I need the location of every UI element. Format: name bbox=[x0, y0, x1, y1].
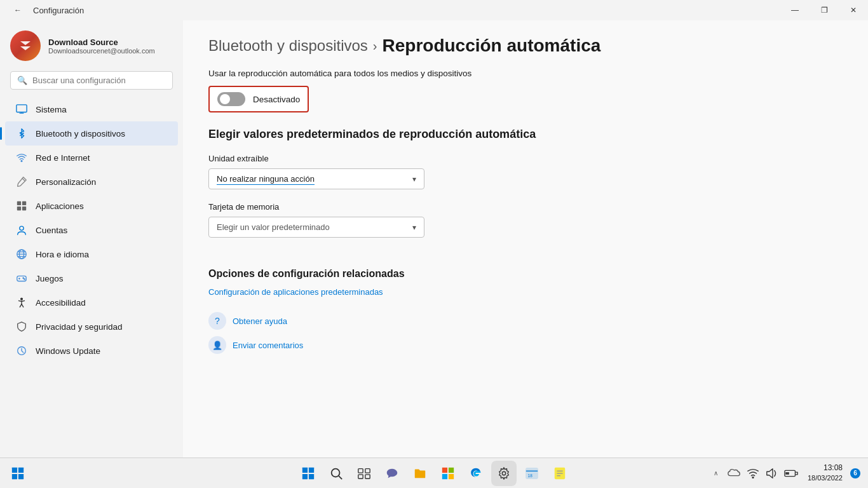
svg-rect-32 bbox=[358, 468, 363, 472]
taskbar-photos-button[interactable]: 18 bbox=[519, 461, 545, 486]
sidebar-item-privacidad[interactable]: Privacidad y seguridad bbox=[5, 315, 178, 339]
svg-point-9 bbox=[20, 226, 24, 230]
svg-rect-25 bbox=[18, 473, 24, 478]
taskbar-left bbox=[5, 461, 31, 486]
svg-rect-24 bbox=[12, 473, 17, 478]
user-email: Downloadsourcenet@outlook.com bbox=[48, 47, 155, 55]
svg-rect-1 bbox=[19, 112, 24, 113]
sidebar-item-cuentas[interactable]: Cuentas bbox=[5, 218, 178, 242]
maximize-button[interactable]: ❐ bbox=[810, 0, 839, 20]
autoplay-toggle[interactable] bbox=[217, 92, 245, 106]
related-section-title: Opciones de configuración relacionadas bbox=[208, 268, 843, 280]
feedback-label: Enviar comentarios bbox=[233, 341, 303, 350]
svg-point-18 bbox=[23, 278, 24, 278]
sidebar-item-bluetooth[interactable]: Bluetooth y dispositivos bbox=[5, 121, 178, 146]
taskbar-notes-button[interactable] bbox=[547, 461, 573, 486]
svg-rect-28 bbox=[302, 473, 308, 478]
svg-point-3 bbox=[21, 161, 22, 162]
clock[interactable]: 13:08 18/03/2022 bbox=[803, 463, 848, 483]
taskbar-store-button[interactable] bbox=[435, 461, 461, 486]
onedrive-icon[interactable] bbox=[725, 461, 743, 486]
taskbar-center: 18 bbox=[295, 461, 573, 486]
taskbar-right: ∧ 13:08 18/03/2022 6 bbox=[709, 461, 860, 486]
content-area: Bluetooth y dispositivos › Reproducción … bbox=[183, 20, 868, 458]
svg-point-48 bbox=[752, 477, 754, 478]
person-icon bbox=[15, 224, 28, 236]
svg-point-20 bbox=[21, 298, 23, 300]
titlebar: ← Configuración — ❐ ✕ bbox=[0, 0, 868, 20]
sidebar-label-cuentas: Cuentas bbox=[36, 226, 67, 235]
memory-card-row: Tarjeta de memoria Elegir un valor prede… bbox=[208, 202, 843, 238]
svg-rect-26 bbox=[302, 467, 308, 472]
removable-drive-value: No realizar ninguna acción bbox=[217, 174, 315, 184]
svg-rect-22 bbox=[12, 467, 17, 472]
autoplay-toggle-row[interactable]: Desactivado bbox=[208, 86, 309, 112]
feedback-row[interactable]: 👤 Enviar comentarios bbox=[208, 336, 843, 354]
sidebar-label-hora: Hora e idioma bbox=[36, 250, 89, 259]
system-tray-expand[interactable]: ∧ bbox=[709, 461, 724, 486]
search-box[interactable]: 🔍 bbox=[10, 71, 173, 90]
svg-rect-29 bbox=[309, 473, 314, 478]
svg-rect-34 bbox=[358, 474, 363, 478]
back-button[interactable]: ← bbox=[8, 0, 28, 20]
main-window: Download Source Downloadsourcenet@outloo… bbox=[0, 20, 868, 458]
taskbar: 18 ∧ bbox=[0, 458, 868, 488]
removable-drive-label: Unidad extraíble bbox=[208, 154, 843, 163]
sidebar-item-juegos[interactable]: Juegos bbox=[5, 266, 178, 290]
sidebar-item-aplicaciones[interactable]: Aplicaciones bbox=[5, 194, 178, 218]
volume-icon[interactable] bbox=[763, 461, 781, 486]
svg-text:18: 18 bbox=[528, 473, 533, 477]
sidebar-label-aplicaciones: Aplicaciones bbox=[36, 201, 84, 211]
taskbar-fileexplorer-button[interactable] bbox=[407, 461, 433, 486]
minimize-button[interactable]: — bbox=[780, 0, 810, 20]
titlebar-controls: — ❐ ✕ bbox=[780, 0, 868, 20]
svg-rect-6 bbox=[22, 201, 26, 205]
breadcrumb-current: Reproducción automática bbox=[382, 36, 600, 56]
app-title: Configuración bbox=[33, 6, 84, 15]
sidebar-item-personalizacion[interactable]: Personalización bbox=[5, 170, 178, 194]
notification-badge[interactable]: 6 bbox=[850, 468, 860, 478]
svg-rect-0 bbox=[17, 105, 27, 112]
taskbar-chat-button[interactable] bbox=[379, 461, 405, 486]
taskbar-settings-button[interactable] bbox=[491, 461, 517, 486]
autoplay-description: Usar la reproducción automática para tod… bbox=[208, 69, 843, 78]
svg-rect-37 bbox=[449, 467, 454, 472]
sidebar-item-accesibilidad[interactable]: Accesibilidad bbox=[5, 290, 178, 315]
taskbar-taskview-button[interactable] bbox=[351, 461, 377, 486]
gamepad-icon bbox=[15, 272, 28, 285]
sidebar-label-accesibilidad: Accesibilidad bbox=[36, 298, 86, 308]
sidebar-item-windows-update[interactable]: Windows Update bbox=[5, 339, 178, 363]
default-apps-link[interactable]: Configuración de aplicaciones predetermi… bbox=[208, 287, 843, 297]
taskbar-search-button[interactable] bbox=[323, 461, 349, 486]
titlebar-left: ← Configuración bbox=[8, 0, 84, 20]
feedback-icon: 👤 bbox=[208, 336, 226, 354]
svg-point-40 bbox=[502, 471, 506, 475]
chevron-down-icon-2: ▾ bbox=[412, 223, 416, 232]
svg-rect-23 bbox=[18, 467, 24, 472]
sys-tray: ∧ bbox=[709, 461, 800, 486]
shield-icon bbox=[15, 320, 28, 333]
taskbar-edge-button[interactable] bbox=[463, 461, 489, 486]
monitor-icon bbox=[15, 103, 28, 116]
close-button[interactable]: ✕ bbox=[839, 0, 868, 20]
removable-drive-dropdown[interactable]: No realizar ninguna acción ▾ bbox=[208, 168, 424, 189]
brush-icon bbox=[15, 175, 28, 188]
taskbar-start-button[interactable] bbox=[5, 461, 31, 486]
svg-rect-39 bbox=[449, 473, 454, 478]
svg-rect-36 bbox=[442, 467, 447, 472]
help-row[interactable]: ? Obtener ayuda bbox=[208, 312, 843, 330]
removable-drive-row: Unidad extraíble No realizar ninguna acc… bbox=[208, 154, 843, 189]
sidebar-item-red[interactable]: Red e Internet bbox=[5, 146, 178, 170]
help-icon: ? bbox=[208, 312, 226, 330]
taskbar-windows-icon[interactable] bbox=[295, 461, 321, 486]
sidebar-item-hora[interactable]: Hora e idioma bbox=[5, 242, 178, 266]
memory-card-dropdown[interactable]: Elegir un valor predeterminado ▾ bbox=[208, 217, 424, 238]
sidebar-label-juegos: Juegos bbox=[36, 274, 64, 283]
memory-card-label: Tarjeta de memoria bbox=[208, 202, 843, 212]
memory-card-placeholder: Elegir un valor predeterminado bbox=[217, 222, 330, 232]
battery-icon[interactable] bbox=[782, 461, 800, 486]
wifi-tray-icon[interactable] bbox=[744, 461, 762, 486]
sidebar-label-red: Red e Internet bbox=[36, 153, 90, 163]
sidebar-item-sistema[interactable]: Sistema bbox=[5, 97, 178, 121]
search-input[interactable] bbox=[32, 76, 166, 85]
